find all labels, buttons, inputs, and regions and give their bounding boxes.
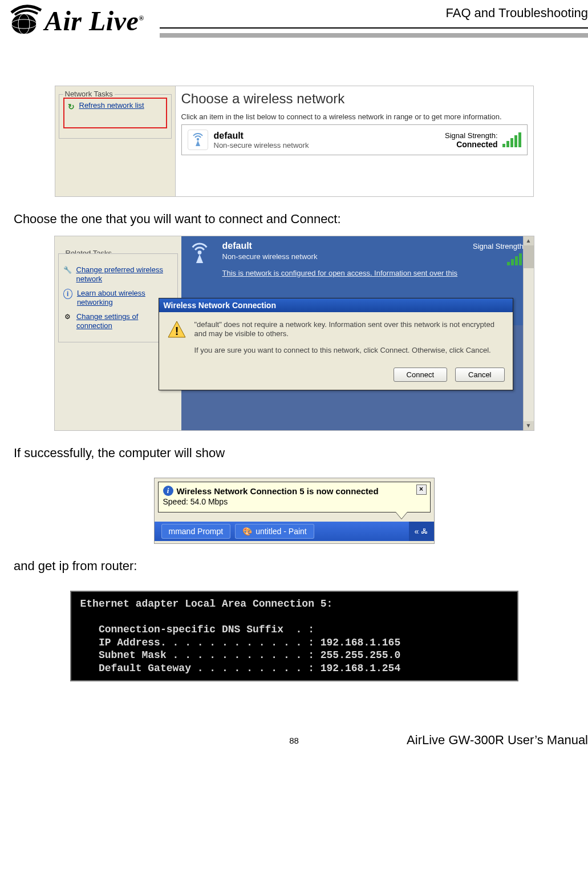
brand-logo: Air Live® — [8, 5, 144, 37]
screenshot-choose-network: Network Tasks ↻ Refresh network list Cho… — [55, 86, 534, 197]
connection-status: Connected — [445, 140, 498, 149]
taskbar-paint-label: untitled - Paint — [256, 527, 307, 536]
settings-icon: ⚙ — [63, 312, 72, 321]
wireless-connection-dialog: Wireless Network Connection ! "default" … — [159, 298, 513, 390]
scroll-up-icon[interactable]: ▲ — [524, 236, 534, 245]
balloon-tail-icon — [396, 512, 407, 519]
section-title: FAQ and Troubleshooting — [446, 6, 589, 21]
taskbar-cmd-label: mmand Prompt — [169, 527, 224, 536]
logo-text: Air Live® — [44, 5, 144, 37]
dialog-message-1: "default" does not require a network key… — [194, 320, 505, 339]
tray-chevron-icon[interactable]: « — [415, 527, 419, 536]
refresh-network-list-highlight: ↻ Refresh network list — [63, 98, 167, 128]
screenshot-connect-dialog: Related Tasks 🔧 Change preferred wireles… — [54, 236, 534, 431]
svg-point-4 — [196, 138, 198, 140]
screenshot-connected-balloon: i Wireless Network Connection 5 is now c… — [154, 478, 435, 544]
network-name: default — [214, 131, 309, 141]
signal-bars-icon — [502, 132, 521, 147]
cmd-line-5: Default Gateway . . . . . . . . . : 192.… — [80, 663, 401, 674]
balloon-close-button[interactable]: × — [416, 485, 427, 495]
body-paragraph-1: Choose the one that you will want to con… — [14, 212, 574, 227]
signal-strength-label: Signal Strength: — [445, 131, 498, 140]
signal-strength-label: Signal Strength: — [473, 242, 526, 251]
logo-registered: ® — [139, 14, 144, 22]
antenna-icon — [187, 241, 212, 266]
info-icon: i — [63, 289, 72, 299]
antenna-icon — [188, 130, 208, 150]
network-tasks-label: Network Tasks — [63, 90, 115, 98]
system-tray[interactable]: « 🖧 — [409, 522, 434, 541]
signal-bars-icon — [473, 251, 526, 265]
refresh-icon: ↻ — [67, 102, 76, 111]
balloon-speed: Speed: 54.0 Mbps — [163, 497, 425, 506]
taskbar: mmand Prompt 🎨 untitled - Paint « 🖧 — [155, 522, 434, 541]
notification-balloon: i Wireless Network Connection 5 is now c… — [158, 482, 431, 512]
taskbar-cmd-button[interactable]: mmand Prompt — [161, 524, 231, 539]
network-security-label: Non-secure wireless network — [214, 141, 309, 150]
cmd-line-4: Subnet Mask . . . . . . . . . . . : 255.… — [80, 649, 401, 661]
connect-button[interactable]: Connect — [394, 368, 447, 382]
cmd-line-2: Connection-specific DNS Suffix . : — [80, 624, 314, 635]
network-list-pane: Choose a wireless network Click an item … — [176, 86, 534, 197]
svg-point-5 — [197, 251, 201, 255]
manual-title: AirLive GW-300R User’s Manual — [392, 733, 588, 748]
screenshot-ipconfig: Ethernet adapter Local Area Connection 5… — [70, 591, 518, 681]
header-rule — [160, 27, 588, 29]
preferred-network-icon: 🔧 — [63, 265, 72, 275]
logo-globe-icon — [8, 5, 43, 37]
scroll-down-icon[interactable]: ▼ — [524, 421, 534, 430]
scroll-thumb[interactable] — [524, 245, 534, 268]
balloon-title: Wireless Network Connection 5 is now con… — [177, 486, 379, 496]
network-config-note: This is network is configured for open a… — [222, 269, 526, 277]
tray-network-icon[interactable]: 🖧 — [421, 527, 428, 535]
svg-text:!: ! — [175, 325, 179, 337]
paint-icon: 🎨 — [242, 527, 252, 536]
body-paragraph-2: If successfully, the computer will show — [14, 446, 574, 461]
header-subrule — [160, 33, 588, 38]
change-preferred-link[interactable]: Change preferred wireless network — [76, 265, 173, 283]
scrollbar[interactable]: ▲ ▼ — [523, 236, 534, 430]
refresh-network-list-link[interactable]: Refresh network list — [79, 101, 144, 110]
choose-network-instruction: Click an item in the list below to conne… — [181, 112, 528, 121]
wireless-network-item[interactable]: default Non-secure wireless network Sign… — [181, 124, 528, 155]
choose-network-title: Choose a wireless network — [181, 91, 528, 107]
cmd-line-3: IP Address. . . . . . . . . . . . : 192.… — [80, 637, 401, 648]
info-icon: i — [163, 486, 173, 496]
cancel-button[interactable]: Cancel — [455, 368, 504, 382]
taskbar-paint-button[interactable]: 🎨 untitled - Paint — [235, 524, 314, 539]
dialog-titlebar: Wireless Network Connection — [159, 298, 513, 312]
network-tasks-pane: Network Tasks ↻ Refresh network list — [55, 86, 176, 197]
warning-icon: ! — [167, 320, 186, 340]
dialog-message-2: If you are sure you want to connect to t… — [194, 346, 505, 355]
page-number: 88 — [196, 736, 392, 745]
body-paragraph-3: and get ip from router: — [14, 559, 574, 574]
cmd-line-1: Ethernet adapter Local Area Connection 5… — [80, 598, 333, 610]
